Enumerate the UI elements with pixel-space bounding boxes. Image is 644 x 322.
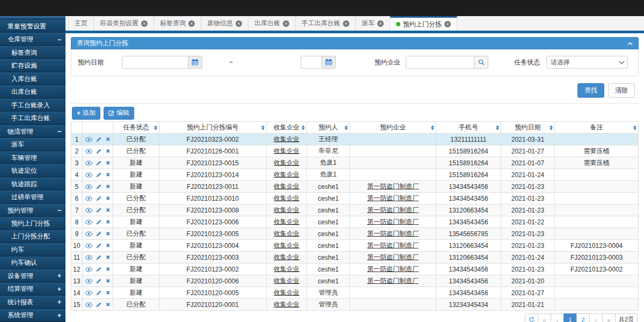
appoint-company-link[interactable]: 第一防盗门制造厂 <box>367 206 419 214</box>
view-eye-icon[interactable] <box>85 208 92 213</box>
last-page-arrow[interactable]: » <box>602 313 616 322</box>
collect-company-link[interactable]: 收集企业 <box>274 301 299 308</box>
collect-company-link[interactable]: 收集企业 <box>274 147 299 155</box>
edit-pencil-icon[interactable] <box>96 148 102 154</box>
delete-x-icon[interactable]: ✖ <box>106 160 110 166</box>
column-header[interactable]: 任务状态 <box>113 122 159 134</box>
appoint-company-link[interactable]: 第一防盗门制造厂 <box>367 230 419 237</box>
page-button[interactable]: 1 <box>564 313 577 322</box>
edit-pencil-icon[interactable] <box>96 302 102 308</box>
next-page-arrow[interactable]: › <box>589 313 603 322</box>
first-page-arrow[interactable]: « <box>538 313 551 322</box>
sidebar-item[interactable]: 手工台账录入 <box>0 99 65 112</box>
column-header[interactable]: 手机号 <box>436 122 501 134</box>
edit-pencil-icon[interactable] <box>96 160 102 166</box>
view-eye-icon[interactable] <box>85 290 92 296</box>
sidebar-item[interactable]: 手工出库台账 <box>0 112 65 125</box>
appoint-company-link[interactable]: 第一防盗门制造厂 <box>367 182 419 190</box>
edit-pencil-icon[interactable] <box>96 254 102 260</box>
sidebar-item[interactable]: 派车 <box>0 138 65 151</box>
sidebar-item[interactable]: 车辆管理 <box>0 151 65 164</box>
collect-company-link[interactable]: 收集企业 <box>274 171 299 178</box>
tab-item[interactable]: 主页 <box>68 16 94 31</box>
edit-pencil-icon[interactable] <box>96 184 102 189</box>
view-eye-icon[interactable] <box>85 267 92 272</box>
delete-x-icon[interactable]: ✖ <box>106 243 110 248</box>
edit-pencil-icon[interactable] <box>96 172 102 178</box>
column-header[interactable]: 收集企业 <box>266 122 306 134</box>
appoint-company-link[interactable]: 第一防盗门制造厂 <box>367 218 419 225</box>
delete-x-icon[interactable]: ✖ <box>106 302 110 308</box>
collect-company-link[interactable]: 收集企业 <box>274 289 299 296</box>
page-button[interactable]: 2 <box>576 313 590 322</box>
company-search-input[interactable] <box>406 56 474 69</box>
delete-x-icon[interactable]: ✖ <box>106 149 110 154</box>
view-eye-icon[interactable] <box>85 231 92 237</box>
tab-close-icon[interactable]: × <box>343 20 349 27</box>
sidebar-item[interactable]: 出库台账 <box>0 85 65 98</box>
prev-page-arrow[interactable]: ‹ <box>551 313 564 322</box>
edit-pencil-icon[interactable] <box>96 231 102 237</box>
edit-button[interactable]: 编辑 <box>104 107 134 120</box>
table-row[interactable]: 6✖已分配FJ20210123-0010收集企业ceshe1第一防盗门制造厂13… <box>71 193 639 204</box>
tab-close-icon[interactable]: × <box>444 21 451 27</box>
sidebar-item[interactable]: 约车确认 <box>0 257 65 269</box>
tab-item[interactable]: 出库台账× <box>248 16 296 31</box>
status-select[interactable]: 请选择 <box>546 56 628 69</box>
edit-pencil-icon[interactable] <box>96 219 102 225</box>
table-row[interactable]: 8✖新建FJ20210123-0006收集企业ceshe1第一防盗门制造厂134… <box>71 216 639 228</box>
tab-close-icon[interactable]: × <box>283 20 289 27</box>
delete-x-icon[interactable]: ✖ <box>106 231 110 237</box>
tab-close-icon[interactable]: × <box>188 20 195 27</box>
delete-x-icon[interactable]: ✖ <box>106 267 110 272</box>
delete-x-icon[interactable]: ✖ <box>106 255 110 260</box>
tab-item[interactable]: 容器类别设置× <box>94 16 154 31</box>
sort-icon[interactable] <box>302 125 305 130</box>
view-eye-icon[interactable] <box>85 184 92 189</box>
tab-active[interactable]: 预约上门分拣× <box>390 16 457 31</box>
search-panel-header[interactable]: 查询预约上门分拣 <box>71 37 639 49</box>
delete-x-icon[interactable]: ✖ <box>106 137 110 142</box>
column-header[interactable]: 预约企业 <box>350 122 436 134</box>
delete-x-icon[interactable]: ✖ <box>106 208 110 213</box>
sidebar-item[interactable]: 过磅单管理 <box>0 191 65 203</box>
collect-company-link[interactable]: 收集企业 <box>274 253 299 261</box>
sidebar-item[interactable]: 入库台账 <box>0 72 65 85</box>
table-row[interactable]: 3✖新建FJ20210123-0015收集企业危废115158916264202… <box>71 157 639 169</box>
delete-x-icon[interactable]: ✖ <box>106 184 110 189</box>
sidebar-item[interactable]: 上门分拣分配 <box>0 230 65 243</box>
add-button[interactable]: + 添加 <box>72 107 100 120</box>
collect-company-link[interactable]: 收集企业 <box>274 277 299 284</box>
table-row[interactable]: 9✖已分配FJ20210123-0005收集企业ceshe1第一防盗门制造厂13… <box>71 228 639 240</box>
view-eye-icon[interactable] <box>85 137 92 142</box>
edit-pencil-icon[interactable] <box>96 266 102 272</box>
sidebar-item[interactable]: 预约上门分拣 <box>0 217 65 230</box>
table-row[interactable]: 11✖已分配FJ20210123-0003收集企业ceshe1第一防盗门制造厂1… <box>71 252 639 264</box>
search-icon[interactable] <box>474 56 488 69</box>
sort-icon[interactable] <box>633 125 636 130</box>
refresh-icon[interactable] <box>525 313 538 322</box>
view-eye-icon[interactable] <box>85 279 92 284</box>
sort-icon[interactable] <box>496 125 499 130</box>
table-row[interactable]: 7✖已分配FJ20210123-0008收集企业ceshe1第一防盗门制造厂13… <box>71 204 639 216</box>
tab-item[interactable]: 标签查询× <box>154 16 201 31</box>
view-eye-icon[interactable] <box>85 160 92 166</box>
collect-company-link[interactable]: 收集企业 <box>274 206 299 214</box>
view-eye-icon[interactable] <box>85 149 92 154</box>
table-row[interactable]: 4✖新建FJ20210123-0014收集企业危废115158916264202… <box>71 169 639 181</box>
sidebar-item[interactable]: 设备管理+ <box>0 269 65 282</box>
column-header[interactable]: 预约上门分拣编号 <box>159 122 266 134</box>
table-row[interactable]: 14✖新建FJ20210120-0005收集企业管理员1343454345620… <box>71 287 639 299</box>
date-to-input[interactable] <box>301 56 322 69</box>
view-eye-icon[interactable] <box>85 219 92 225</box>
collect-company-link[interactable]: 收集企业 <box>274 265 299 273</box>
collect-company-link[interactable]: 收集企业 <box>274 241 299 249</box>
edit-pencil-icon[interactable] <box>96 207 102 213</box>
collect-company-link[interactable]: 收集企业 <box>274 194 299 202</box>
table-row[interactable]: 5✖新建FJ20210123-0011收集企业ceshe1第一防盗门制造厂134… <box>71 181 639 193</box>
date-from-input[interactable] <box>122 56 188 69</box>
appoint-company-link[interactable]: 第一防盗门制造厂 <box>367 277 419 284</box>
view-eye-icon[interactable] <box>85 172 92 178</box>
collect-company-link[interactable]: 收集企业 <box>274 182 299 190</box>
view-eye-icon[interactable] <box>85 255 92 260</box>
